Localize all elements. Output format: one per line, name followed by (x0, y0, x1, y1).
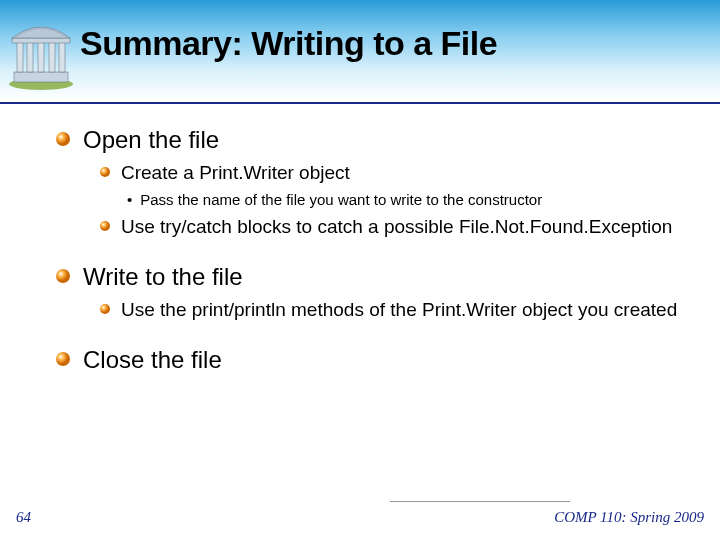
bullet-open-file: Open the file Create a Print.Writer obje… (55, 125, 700, 240)
bullet-dot: • (127, 190, 132, 210)
bullet-text: Create a Print.Writer object (121, 161, 350, 186)
bullet-icon (99, 220, 111, 232)
svg-point-11 (56, 269, 70, 283)
svg-rect-3 (27, 42, 33, 72)
bullet-icon (55, 131, 71, 147)
bullet-icon (55, 268, 71, 284)
svg-point-9 (100, 167, 110, 177)
svg-rect-2 (17, 42, 23, 72)
svg-rect-1 (14, 72, 68, 82)
bullet-write-file: Write to the file Use the print/println … (55, 262, 700, 323)
bullet-icon (99, 303, 111, 315)
bullet-text: Use try/catch blocks to catch a possible… (121, 215, 672, 240)
svg-point-13 (56, 352, 70, 366)
svg-point-12 (100, 304, 110, 314)
bullet-text: Write to the file (83, 262, 243, 292)
bullet-icon (99, 166, 111, 178)
bullet-text: Close the file (83, 345, 222, 375)
bullet-text: Pass the name of the file you want to wr… (140, 190, 542, 210)
bullet-text: Use the print/println methods of the Pri… (121, 298, 677, 323)
slide-title: Summary: Writing to a File (80, 24, 497, 63)
title-underline (0, 102, 720, 104)
bullet-text: Open the file (83, 125, 219, 155)
bullet-icon (55, 351, 71, 367)
footer-divider (390, 501, 570, 502)
unc-well-logo (6, 14, 76, 92)
page-number: 64 (16, 509, 31, 526)
svg-point-8 (56, 132, 70, 146)
course-info: COMP 110: Spring 2009 (554, 509, 704, 526)
svg-rect-5 (49, 42, 55, 72)
bullet-close-file: Close the file (55, 345, 700, 375)
svg-rect-7 (12, 38, 70, 43)
svg-rect-4 (38, 42, 44, 72)
slide-content: Open the file Create a Print.Writer obje… (55, 125, 700, 397)
svg-point-10 (100, 221, 110, 231)
svg-rect-6 (59, 42, 65, 72)
